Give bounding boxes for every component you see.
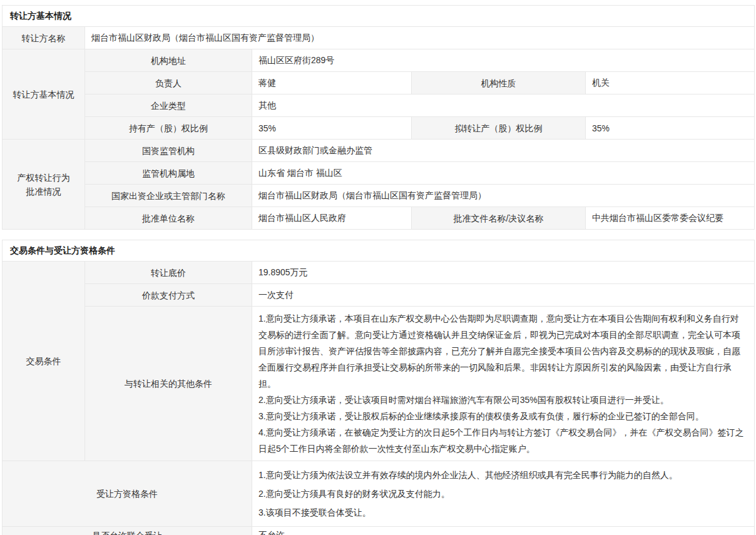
floor-price-value: 19.8905万元 <box>252 262 755 284</box>
qualification-value: 1.意向受让方须为依法设立并有效存续的境内外企业法人、其他经济组织或具有完全民事… <box>252 461 755 527</box>
approval-group-label-line2: 批准情况 <box>26 186 61 196</box>
section-header-conditions: 交易条件与受让方资格条件 <box>3 240 755 262</box>
holding-ratio-label: 持有产（股）权比例 <box>85 117 252 140</box>
approval-group-label-line1: 产权转让行为 <box>18 173 70 183</box>
conditions-table: 交易条件与受让方资格条件 交易条件 转让底价 19.8905万元 价款支付方式 … <box>2 240 755 535</box>
transfer-ratio-label: 拟转让产（股）权比例 <box>412 117 586 140</box>
regulator-value: 区县级财政部门或金融办监管 <box>252 140 755 162</box>
approval-doc-value: 中共烟台市福山区委常委会议纪要 <box>586 207 755 230</box>
regulator-region-value: 山东省 烟台市 福山区 <box>252 162 755 185</box>
qualification-label: 受让方资格条件 <box>3 461 252 527</box>
payment-method-value: 一次支付 <box>252 284 755 307</box>
project-detail-page: 转让方基本情况 转让方名称 烟台市福山区财政局（烟台市福山区国有资产监督管理局）… <box>0 0 756 535</box>
address-label: 机构地址 <box>85 49 252 72</box>
approval-doc-label: 批准文件名称/决议名称 <box>412 207 586 230</box>
other-conditions-label: 与转让相关的其他条件 <box>85 307 252 461</box>
joint-transfer-label: 是否允许联合受让 <box>3 527 252 535</box>
transferor-name-label: 转让方名称 <box>3 27 85 49</box>
joint-transfer-value: 不允许 <box>252 527 755 535</box>
approval-unit-value: 烟台市福山区人民政府 <box>252 207 412 230</box>
approval-group-label: 产权转让行为 批准情况 <box>3 140 85 230</box>
other-conditions-value: 1.意向受让方须承诺，本项目在山东产权交易中心公告期即为尽职调查期，意向受让方在… <box>252 307 755 461</box>
regulator-region-label: 监管机构属地 <box>85 162 252 185</box>
principal-value: 蒋健 <box>252 72 412 94</box>
state-funded-company-value: 烟台市福山区财政局（烟台市福山区国有资产监督管理局） <box>252 185 755 207</box>
address-value: 福山区区府街289号 <box>252 49 755 72</box>
transfer-ratio-value: 35% <box>586 117 755 140</box>
transferor-info-table: 转让方基本情况 转让方名称 烟台市福山区财政局（烟台市福山区国有资产监督管理局）… <box>2 5 755 230</box>
payment-method-label: 价款支付方式 <box>85 284 252 307</box>
trade-group-label: 交易条件 <box>3 262 85 461</box>
org-nature-label: 机构性质 <box>412 72 586 94</box>
section-header-transferor: 转让方基本情况 <box>3 6 755 27</box>
holding-ratio-value: 35% <box>252 117 412 140</box>
state-funded-company-label: 国家出资企业或主管部门名称 <box>85 185 252 207</box>
company-type-label: 企业类型 <box>85 94 252 117</box>
principal-label: 负责人 <box>85 72 252 94</box>
basic-group-label: 转让方基本情况 <box>3 49 85 140</box>
regulator-label: 国资监管机构 <box>85 140 252 162</box>
approval-unit-label: 批准单位名称 <box>85 207 252 230</box>
transferor-name-value: 烟台市福山区财政局（烟台市福山区国有资产监督管理局） <box>85 27 755 49</box>
floor-price-label: 转让底价 <box>85 262 252 284</box>
org-nature-value: 机关 <box>586 72 755 94</box>
company-type-value: 其他 <box>252 94 755 117</box>
